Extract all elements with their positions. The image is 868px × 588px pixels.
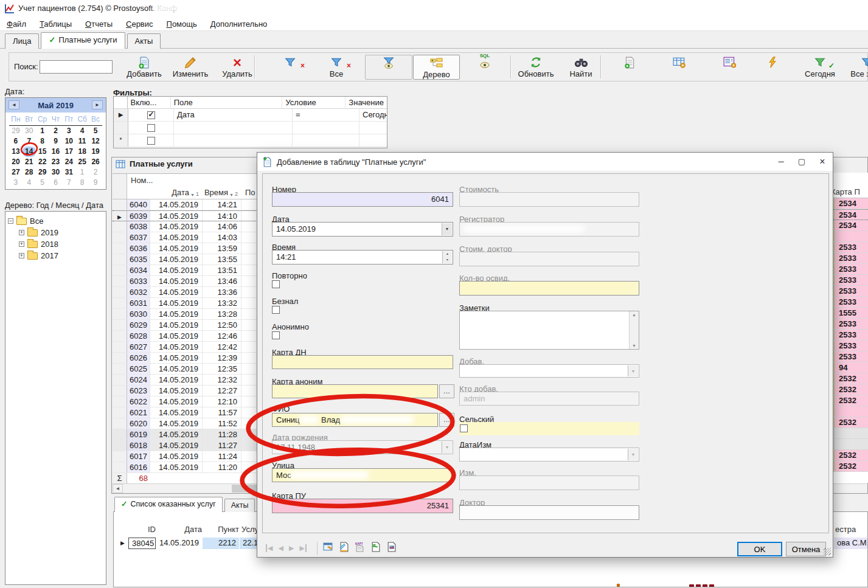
card-cell[interactable]: 2533 bbox=[829, 286, 868, 297]
tree-item-year[interactable]: +2017 bbox=[8, 250, 103, 261]
delete-button[interactable]: × Удалить bbox=[214, 55, 260, 80]
tab-platnye-uslugi[interactable]: ✓Платные услуги bbox=[41, 32, 125, 49]
cell-date[interactable]: 14.05.2019 bbox=[156, 538, 202, 549]
maximize-button[interactable]: ▢ bbox=[791, 153, 812, 170]
doktor-input[interactable] bbox=[459, 505, 639, 520]
card-cell[interactable]: 1555 bbox=[829, 308, 868, 319]
filter-condition[interactable]: = bbox=[293, 109, 359, 121]
expand-icon[interactable]: + bbox=[19, 253, 24, 258]
menu-item[interactable]: Сервис bbox=[119, 18, 160, 30]
calendar-day[interactable]: 4 bbox=[75, 126, 89, 136]
povtorno-checkbox[interactable] bbox=[272, 280, 280, 288]
spinner-buttons[interactable]: ▲▼ bbox=[442, 251, 452, 263]
column-header-time[interactable]: Время▼2 bbox=[203, 174, 241, 199]
card-cell[interactable]: 2533 bbox=[829, 297, 868, 308]
karta-anonim-input[interactable] bbox=[272, 384, 438, 398]
card-cell[interactable]: 2532 bbox=[829, 417, 868, 428]
card-cell[interactable]: 2532 bbox=[829, 395, 868, 406]
column-header-number[interactable]: Ном... bbox=[127, 174, 150, 199]
selskiy-checkbox[interactable] bbox=[460, 424, 468, 432]
calendar-day[interactable]: 1 bbox=[75, 167, 89, 178]
refresh-button[interactable]: Обновить bbox=[513, 55, 559, 80]
ulitsa-input[interactable]: Мос bbox=[272, 468, 453, 482]
calendar-day[interactable]: 2 bbox=[49, 126, 63, 136]
vremya-spinner[interactable]: 14:21▲▼ bbox=[272, 250, 453, 265]
tab-akty[interactable]: Акты bbox=[127, 33, 161, 49]
calendar-day[interactable]: 8 bbox=[75, 178, 89, 188]
calendar-day[interactable]: 26 bbox=[89, 157, 102, 167]
calendar-day[interactable]: 7 bbox=[23, 136, 36, 147]
filter-all-button[interactable]: × Все bbox=[313, 55, 359, 80]
calendar-day[interactable]: 24 bbox=[62, 157, 75, 167]
calendar-day[interactable]: 6 bbox=[49, 178, 63, 188]
close-button[interactable]: × bbox=[812, 153, 833, 170]
calendar-day[interactable]: 11 bbox=[75, 136, 89, 147]
calendar-prev-button[interactable]: ◄ bbox=[9, 100, 19, 109]
menu-item[interactable]: Дополнительно bbox=[204, 18, 274, 30]
calendar-day[interactable]: 30 bbox=[23, 126, 36, 136]
calendar-day[interactable]: 5 bbox=[36, 178, 49, 188]
dialog-title-bar[interactable]: Добавление в таблицу "Платные услуги" ─ … bbox=[257, 153, 833, 171]
card-cell[interactable]: 2534 bbox=[829, 209, 868, 220]
filter-value[interactable] bbox=[359, 122, 387, 134]
calendar-day[interactable]: 25 bbox=[75, 157, 89, 167]
filter-field[interactable] bbox=[174, 134, 293, 147]
cell-punkt[interactable]: 2212 bbox=[203, 538, 239, 549]
menu-item[interactable]: Отчеты bbox=[78, 18, 119, 30]
calendar-day[interactable]: 4 bbox=[23, 178, 36, 188]
fio-lookup-button[interactable]: ... bbox=[439, 413, 454, 427]
tree-item-year[interactable]: +2018 bbox=[8, 238, 103, 250]
calendar-day[interactable]: 20 bbox=[9, 157, 23, 167]
calendar-day[interactable]: 31 bbox=[62, 167, 75, 178]
tree-item-root[interactable]: − Все bbox=[8, 215, 103, 227]
calendar-day[interactable]: 18 bbox=[75, 147, 89, 157]
nav-last-button[interactable]: ▶ bbox=[299, 544, 306, 552]
form-properties-icon[interactable] bbox=[323, 542, 333, 552]
nav-first-button[interactable]: ◀ bbox=[266, 544, 273, 552]
cell-id[interactable]: 38045 bbox=[128, 538, 156, 549]
calendar-day[interactable]: 19 bbox=[89, 147, 102, 157]
filter-value[interactable]: Сегодня bbox=[359, 109, 387, 121]
dropdown-icon[interactable]: ▼ bbox=[442, 223, 452, 235]
filter-field[interactable] bbox=[174, 122, 293, 134]
textarea-scrollbar[interactable]: ▲▼ bbox=[629, 311, 639, 349]
menu-item[interactable]: Помощь bbox=[160, 18, 204, 30]
edit-button[interactable]: Изменить bbox=[167, 55, 214, 80]
card-cell[interactable]: 2533 bbox=[829, 330, 868, 341]
tree-toggle-button[interactable]: Дерево bbox=[413, 55, 460, 80]
calendar-next-button[interactable]: ► bbox=[92, 100, 103, 109]
card-cell[interactable]: 2533 bbox=[829, 264, 868, 275]
card-cell[interactable]: 2533 bbox=[829, 319, 868, 330]
ruler-document-icon[interactable] bbox=[339, 542, 349, 552]
tab-litsa[interactable]: Лица bbox=[5, 33, 39, 49]
filter-condition[interactable] bbox=[293, 134, 359, 147]
filter-enabled-checkbox[interactable]: ✓ bbox=[147, 111, 155, 119]
today-filter-button[interactable]: ✓ Сегодня bbox=[797, 55, 843, 80]
collapse-icon[interactable]: − bbox=[8, 218, 13, 224]
calendar-day[interactable]: 16 bbox=[49, 147, 63, 157]
calendar-day[interactable]: 8 bbox=[36, 136, 49, 147]
filter-enabled-checkbox[interactable] bbox=[147, 124, 155, 132]
tree-item-year[interactable]: +2019 bbox=[8, 227, 103, 238]
beznal-checkbox[interactable] bbox=[272, 306, 280, 314]
calendar-day[interactable]: 12 bbox=[89, 136, 102, 147]
calendar-day[interactable]: 17 bbox=[62, 147, 75, 157]
filter-view-toggle[interactable] bbox=[365, 55, 412, 80]
card-cell[interactable]: 2532 bbox=[829, 461, 868, 472]
export-document-icon[interactable] bbox=[370, 542, 381, 552]
calendar-day[interactable]: 6 bbox=[9, 136, 23, 147]
resize-grip[interactable] bbox=[824, 548, 831, 555]
calendar-day[interactable]: 1 bbox=[36, 126, 49, 136]
karta-anonim-lookup-button[interactable]: ... bbox=[439, 384, 454, 398]
cancel-button[interactable]: Отмена bbox=[786, 542, 826, 556]
new-table-button[interactable] bbox=[606, 55, 653, 80]
karta-dn-input[interactable] bbox=[272, 355, 453, 369]
expand-icon[interactable]: + bbox=[19, 230, 24, 235]
sql-filter-button[interactable]: SQL bbox=[462, 55, 508, 80]
card-cell[interactable] bbox=[829, 439, 868, 450]
calendar-day[interactable]: 23 bbox=[49, 157, 63, 167]
calendar-day[interactable]: 27 bbox=[9, 167, 23, 178]
card-cell[interactable]: 2533 bbox=[829, 242, 868, 253]
calendar-day[interactable]: 22 bbox=[36, 157, 49, 167]
calendar-day[interactable]: 15 bbox=[36, 147, 49, 157]
